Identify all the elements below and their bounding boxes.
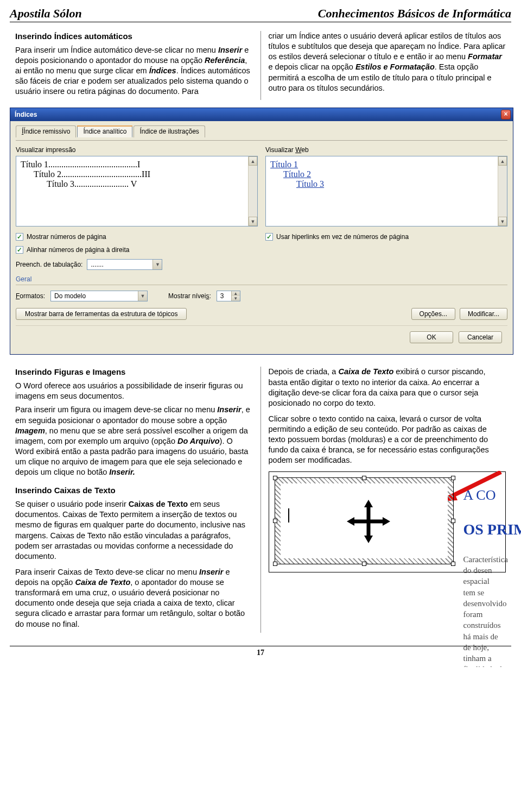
close-icon[interactable]: × xyxy=(501,110,511,119)
outline-toolbar-button[interactable]: Mostrar barra de ferramentas da estrutur… xyxy=(16,308,187,320)
formats-value: Do modelo xyxy=(51,292,138,300)
general-row: Formatos:Formatos: Do modelo ▼ Mostrar n… xyxy=(16,291,507,301)
resize-handle xyxy=(273,476,277,480)
scroll-down-icon[interactable]: ▼ xyxy=(249,217,257,226)
dialog-footer: OK Cancelar xyxy=(16,325,507,349)
textbox-inner xyxy=(281,483,448,558)
textbox-frame xyxy=(275,477,454,564)
spinner-up-icon[interactable]: ▲ xyxy=(231,291,240,296)
indices-dialog: Índices × ÍÍndice remissivoÍndice remiss… xyxy=(10,108,513,355)
chk-hyperlinks[interactable]: ✓ Usar hiperlinks em vez de números de p… xyxy=(265,233,507,241)
resize-handle xyxy=(273,562,277,566)
bottom-columns: Inserindo Figuras e Imagens O Word ofere… xyxy=(10,367,511,632)
preview-web-col: Visualizar WebVisualizar Web Título 1 Tí… xyxy=(265,146,507,226)
tab-indice-ilustracoes[interactable]: Índice de ilustrações xyxy=(134,125,205,137)
dialog-wrap: Índices × ÍÍndice remissivoÍndice remiss… xyxy=(10,108,511,355)
header-left: Apostila Sólon xyxy=(10,7,82,21)
chevron-down-icon[interactable]: ▼ xyxy=(138,291,147,301)
tab-fill-value: ....... xyxy=(87,261,153,268)
sec3-p1: Se quiser o usuário pode inserir Caixas … xyxy=(15,499,253,562)
preview-print-box: Título 1................................… xyxy=(16,156,258,226)
col-left: Inserindo Índices automáticos Para inser… xyxy=(10,31,258,100)
sec2-title: Inserindo Figuras e Imagens xyxy=(15,367,253,377)
chk-show-page-numbers[interactable]: ✓ Mostrar números de página xyxy=(16,233,258,241)
column-divider xyxy=(260,367,261,632)
resize-handle xyxy=(362,562,366,566)
textbox-illustration: A CO OS PRIMEIROS FO Característica do d… xyxy=(269,471,506,572)
dialog-titlebar[interactable]: Índices × xyxy=(10,108,513,121)
header-right: Conhecimentos Básicos de Informática xyxy=(318,7,511,21)
sec1-title: Inserindo Índices automáticos xyxy=(15,31,253,42)
sec4-p1: Depois de criada, a Caixa de Texto exibi… xyxy=(269,367,506,408)
dialog-title: Índices xyxy=(15,111,37,118)
options-button[interactable]: Opções... xyxy=(411,308,455,320)
previews-row: Visualizar impressão Título 1...........… xyxy=(16,146,507,226)
checkbox-icon[interactable]: ✓ xyxy=(265,233,273,241)
bottom-col-left: Inserindo Figuras e Imagens O Word ofere… xyxy=(10,367,258,632)
page-number: 17 xyxy=(10,646,511,657)
illus-small-4: de hoje, tinham a finalidade d xyxy=(463,642,504,667)
bottom-col-right: Depois de criada, a Caixa de Texto exibi… xyxy=(263,367,512,632)
preview-web-box: Título 1 Título 2 Título 3 ▲ ▼ xyxy=(265,156,507,226)
sec4-p2: Clicar sobre o texto contido na caixa, l… xyxy=(269,414,506,466)
column-divider xyxy=(260,31,261,100)
ok-button[interactable]: OK xyxy=(410,331,453,343)
scroll-up-icon[interactable]: ▲ xyxy=(249,156,257,166)
text-caret xyxy=(288,508,289,523)
illus-title-1: A CO xyxy=(463,486,504,505)
chk-align-right[interactable]: ✓ Alinhar números de página à direita xyxy=(16,246,258,254)
web-line-1: Título 1 xyxy=(270,160,503,169)
levels-value: 3 xyxy=(217,291,231,301)
resize-handle xyxy=(273,519,277,523)
sec3-title: Inserindo Caixas de Texto xyxy=(15,485,253,496)
tab-fill-label: Preench. de tabulação: xyxy=(16,261,82,268)
preview-print-col: Visualizar impressão Título 1...........… xyxy=(16,146,258,226)
scroll-up-icon[interactable]: ▲ xyxy=(498,156,507,166)
checkbox-icon[interactable]: ✓ xyxy=(16,233,23,241)
illus-small-3: foram construídos há mais de xyxy=(463,609,504,642)
resize-handle xyxy=(362,476,366,480)
dialog-tabs: ÍÍndice remissivoÍndice remissivo Índice… xyxy=(16,125,507,137)
illus-small-2: espacial tem se desenvolvido xyxy=(463,576,504,609)
checks-right: ✓ Usar hiperlinks em vez de números de p… xyxy=(265,233,507,270)
sec1-right-para: criar um Índice antes o usuário deverá a… xyxy=(269,31,506,93)
levels-label: Mostrar níveis:Mostrar níveis: xyxy=(168,292,211,300)
levels-spinner[interactable]: 3 ▲ ▼ xyxy=(217,291,240,301)
preview-print-scrollbar[interactable]: ▲ ▼ xyxy=(248,156,257,226)
print-line-1: Título 1................................… xyxy=(21,160,253,169)
illus-small-1: Característica do desen xyxy=(463,554,504,576)
preview-print-label: Visualizar impressão xyxy=(16,146,258,154)
svg-marker-4 xyxy=(364,500,373,507)
chevron-down-icon[interactable]: ▼ xyxy=(153,260,162,269)
tab-indice-analitico[interactable]: Índice analítico xyxy=(77,125,132,137)
web-line-3: Título 3 xyxy=(270,179,503,189)
web-line-2: Título 2 xyxy=(270,169,503,179)
tab-indice-remissivo[interactable]: ÍÍndice remissivoÍndice remissivo xyxy=(16,125,76,137)
sec1-left-para: Para inserir um Índice automático deve-s… xyxy=(15,45,253,97)
print-line-2: Título 2................................… xyxy=(21,169,253,179)
tab-fill-row: Preench. de tabulação: ....... ▼ xyxy=(16,259,258,270)
formats-combo[interactable]: Do modelo ▼ xyxy=(50,291,148,301)
dialog-body: ÍÍndice remissivoÍndice remissivo Índice… xyxy=(10,121,513,354)
modify-button[interactable]: Modificar... xyxy=(460,308,507,320)
geral-separator xyxy=(16,285,507,285)
scroll-down-icon[interactable]: ▼ xyxy=(498,217,507,226)
col-right: criar um Índice antes o usuário deverá a… xyxy=(263,31,512,100)
illus-title-2: OS PRIMEIROS FO xyxy=(463,520,504,540)
checkboxes-row: ✓ Mostrar números de página ✓ Alinhar nú… xyxy=(16,233,507,270)
spinner-down-icon[interactable]: ▼ xyxy=(231,296,240,301)
preview-web-scrollbar[interactable]: ▲ ▼ xyxy=(498,156,507,226)
page-header: Apostila Sólon Conhecimentos Básicos de … xyxy=(10,7,511,22)
sec2-p1: O Word oferece aos usuários a possibilid… xyxy=(15,381,253,401)
resize-handle xyxy=(451,476,455,480)
cancel-button[interactable]: Cancelar xyxy=(459,331,502,343)
sec2-p2: Para inserir um figura ou imagem deve-se… xyxy=(15,405,253,477)
section-indices-auto: Inserindo Índices automáticos Para inser… xyxy=(10,31,511,100)
tab-fill-combo[interactable]: ....... ▼ xyxy=(87,259,162,270)
checks-left: ✓ Mostrar números de página ✓ Alinhar nú… xyxy=(16,233,258,270)
print-line-3: Título 3......................... V xyxy=(21,179,253,189)
svg-marker-6 xyxy=(347,517,354,526)
svg-marker-5 xyxy=(364,536,373,543)
geral-label: Geral xyxy=(16,275,507,283)
checkbox-icon[interactable]: ✓ xyxy=(16,246,23,254)
